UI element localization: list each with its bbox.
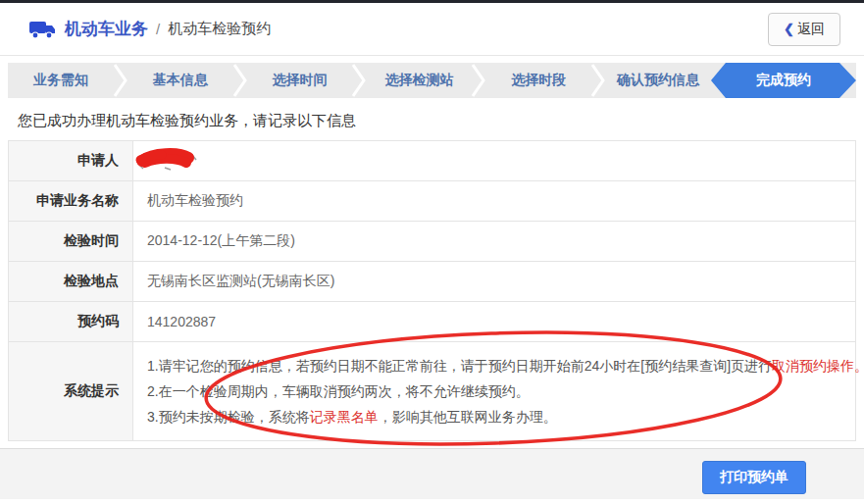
booking-code-label: 预约码	[9, 302, 133, 342]
inspection-time-value: 2014-12-12(上午第二段)	[133, 222, 856, 262]
step-select-station[interactable]: 选择检测站	[366, 63, 472, 98]
system-tips-label: 系统提示	[9, 342, 133, 441]
service-name-value: 机动车检验预约	[133, 181, 856, 222]
step-separator-icon	[233, 63, 247, 98]
tip-line-3: 3.预约未按期检验，系统将记录黑名单，影响其他互联网业务办理。	[147, 404, 841, 429]
back-button-label: 返回	[797, 21, 825, 38]
table-row-booking-code: 预约码 141202887	[9, 302, 856, 342]
step-separator-icon	[352, 63, 366, 98]
page-title: 机动车业务	[65, 18, 148, 40]
step-separator-icon	[591, 63, 605, 98]
truck-icon	[29, 19, 56, 39]
inspection-place-value: 无锡南长区监测站(无锡南长区)	[133, 262, 856, 302]
step-separator-icon	[472, 63, 485, 98]
applicant-value	[133, 141, 856, 181]
print-booking-button[interactable]: 打印预约单	[702, 461, 806, 494]
inspection-place-label: 检验地点	[9, 262, 133, 302]
booking-code-value: 141202887	[133, 302, 856, 342]
tip-line-1: 1.请牢记您的预约信息，若预约日期不能正常前往，请于预约日期开始前24小时在[预…	[147, 353, 841, 378]
system-tips-content: 1.请牢记您的预约信息，若预约日期不能正常前往，请于预约日期开始前24小时在[预…	[133, 342, 856, 441]
breadcrumb-current: 机动车检验预约	[168, 20, 271, 38]
step-progress-bar: 业务需知 基本信息 选择时间 选择检测站 选择时段 确认预约信息 完成预约	[8, 63, 856, 98]
step-separator-icon	[114, 63, 127, 98]
table-row-inspection-time: 检验时间 2014-12-12(上午第二段)	[9, 222, 856, 262]
step-select-time[interactable]: 选择时间	[247, 63, 353, 98]
breadcrumb-divider: /	[156, 21, 160, 37]
service-name-label: 申请业务名称	[9, 181, 133, 222]
step-select-period[interactable]: 选择时段	[485, 63, 591, 98]
inspection-time-label: 检验时间	[9, 222, 133, 262]
tip-line-3-red: 记录黑名单	[310, 409, 379, 425]
back-chevron-icon: ❮	[784, 22, 794, 36]
table-row-inspection-place: 检验地点 无锡南长区监测站(无锡南长区)	[9, 262, 856, 302]
table-row-system-tips: 系统提示 1.请牢记您的预约信息，若预约日期不能正常前往，请于预约日期开始前24…	[9, 342, 856, 441]
page-header: 机动车业务 / 机动车检验预约 ❮ 返回	[0, 3, 864, 56]
back-button[interactable]: ❮ 返回	[768, 13, 840, 46]
tip-line-2: 2.在一个检验周期内，车辆取消预约两次，将不允许继续预约。	[147, 378, 841, 404]
booking-info-table: 申请人 申请业务名称 机动车检验预约 检验时间 2014-12-12(上午第二段…	[8, 140, 856, 441]
step-basic-info[interactable]: 基本信息	[127, 63, 233, 98]
applicant-label: 申请人	[9, 141, 133, 181]
table-row-applicant: 申请人	[9, 141, 856, 181]
footer-bar: 打印预约单	[0, 448, 864, 499]
tip-line-1-red: 取消预约操作。	[772, 358, 864, 374]
vehicle-booking-success-page: 机动车业务 / 机动车检验预约 ❮ 返回 业务需知 基本信息 选择时间 选择检测…	[0, 0, 864, 504]
step-complete-booking[interactable]: 完成预约	[711, 63, 856, 98]
step-business-notice[interactable]: 业务需知	[8, 63, 114, 98]
table-row-service-name: 申请业务名称 机动车检验预约	[9, 181, 856, 222]
success-message: 您已成功办理机动车检验预约业务，请记录以下信息	[18, 112, 854, 130]
step-confirm-info[interactable]: 确认预约信息	[605, 63, 711, 98]
